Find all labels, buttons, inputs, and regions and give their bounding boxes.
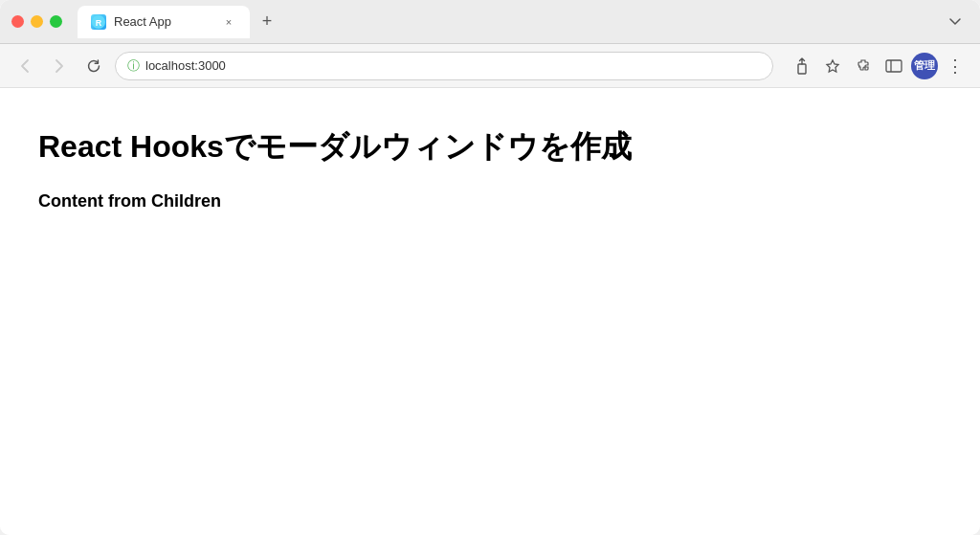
back-button[interactable]	[11, 53, 38, 79]
extensions-button[interactable]	[850, 53, 877, 79]
menu-button[interactable]: ⋮	[942, 53, 969, 79]
traffic-lights	[11, 15, 62, 28]
svg-marker-3	[827, 60, 838, 72]
tab-favicon: R	[91, 14, 106, 30]
active-tab[interactable]: R React App ×	[78, 6, 250, 38]
url-text: localhost:3000	[145, 58, 226, 73]
address-bar: ⓘ localhost:3000	[0, 44, 980, 88]
minimize-button[interactable]	[31, 15, 43, 28]
bookmark-button[interactable]	[819, 53, 846, 79]
profile-label: 管理	[914, 58, 935, 73]
svg-rect-4	[886, 60, 902, 72]
profile-avatar[interactable]: 管理	[911, 53, 938, 79]
page-content: React Hooksでモーダルウィンドウを作成 Content from Ch…	[0, 88, 980, 535]
forward-button[interactable]	[46, 53, 73, 79]
maximize-button[interactable]	[50, 15, 62, 28]
security-icon: ⓘ	[127, 57, 140, 75]
browser-window: R React App × +	[0, 0, 980, 535]
close-button[interactable]	[11, 15, 24, 28]
url-bar[interactable]: ⓘ localhost:3000	[115, 52, 773, 80]
reload-button[interactable]	[80, 53, 107, 79]
svg-rect-2	[798, 64, 806, 74]
page-subtext: Content from Children	[38, 191, 942, 212]
toolbar-icons: 管理 ⋮	[789, 53, 969, 79]
share-button[interactable]	[789, 53, 815, 79]
title-bar: R React App × +	[0, 0, 980, 44]
tab-close-button[interactable]: ×	[221, 14, 236, 30]
tab-title: React App	[114, 14, 213, 29]
svg-text:R: R	[96, 18, 102, 28]
chevron-down-button[interactable]	[942, 9, 969, 35]
new-tab-button[interactable]: +	[254, 9, 280, 35]
window-controls-right	[942, 9, 969, 35]
tab-bar: R React App × +	[78, 6, 934, 38]
sidebar-button[interactable]	[880, 53, 907, 79]
page-heading: React Hooksでモーダルウィンドウを作成	[38, 126, 942, 168]
